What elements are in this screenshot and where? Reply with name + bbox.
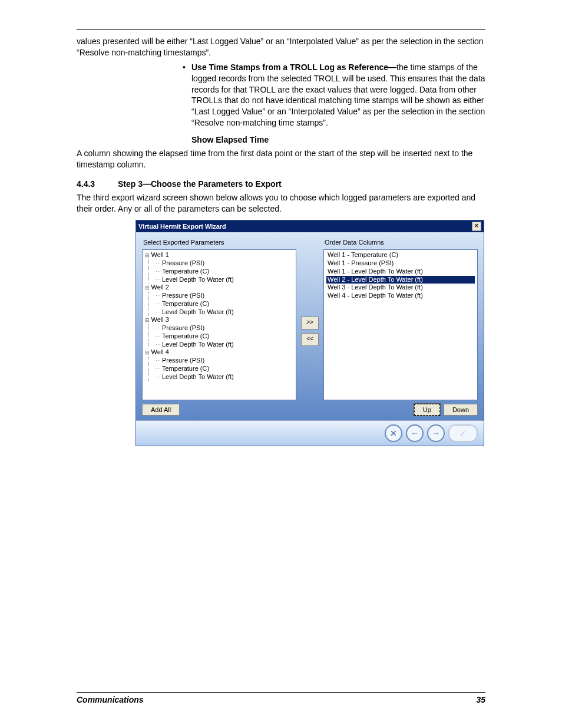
bullet-body: the time stamps of the logged records fr… [191,62,485,127]
finish-nav-icon[interactable]: ✓ [448,424,478,442]
tree-well-node[interactable]: Well 2 [145,284,293,292]
right-panel-label: Order Data Columns [323,238,478,247]
order-list-item[interactable]: Well 1 - Pressure (PSI) [326,259,475,268]
paragraph-continuation: values presented will be either “Last Lo… [77,36,485,58]
section-number: 4.4.3 [77,179,118,190]
back-nav-icon[interactable]: ← [406,424,424,442]
tree-param-node[interactable]: Temperature (C) [145,332,293,341]
tree-param-node[interactable]: Pressure (PSI) [145,292,293,300]
tree-param-node[interactable]: Temperature (C) [145,300,293,308]
footer-page-number: 35 [476,695,485,704]
tree-param-node[interactable]: Level Depth To Water (ft) [145,308,293,317]
tree-param-node[interactable]: Level Depth To Water (ft) [145,341,293,349]
tree-param-node[interactable]: Level Depth To Water (ft) [145,373,293,381]
remove-button[interactable]: << [301,333,319,346]
bullet-item: • Use Time Stamps from a TROLL Log as Re… [183,62,485,129]
next-nav-icon[interactable]: → [427,424,445,442]
order-list-item[interactable]: Well 1 - Temperature (C) [326,251,475,259]
export-wizard-dialog: Virtual Hermit Export Wizard ✕ Select Ex… [135,220,484,446]
paragraph-elapsed: A column showing the elapsed time from t… [77,148,485,170]
tree-param-node[interactable]: Level Depth To Water (ft) [145,276,293,284]
tree-param-node[interactable]: Temperature (C) [145,268,293,276]
down-button[interactable]: Down [444,404,478,416]
order-columns-list[interactable]: Well 1 - Temperature (C)Well 1 - Pressur… [323,249,478,400]
order-list-item[interactable]: Well 1 - Level Depth To Water (ft) [326,268,475,276]
subheading-show-elapsed: Show Elapsed Time [191,134,485,146]
cancel-nav-icon[interactable]: ✕ [385,424,402,442]
footer-section: Communications [77,695,144,704]
add-button[interactable]: >> [301,317,319,330]
tree-param-node[interactable]: Pressure (PSI) [145,357,293,365]
tree-param-node[interactable]: Pressure (PSI) [145,324,293,332]
tree-well-node[interactable]: Well 3 [145,316,293,324]
tree-well-node[interactable]: Well 4 [145,348,293,357]
tree-well-node[interactable]: Well 1 [145,251,293,259]
section-title: Step 3—Choose the Parameters to Export [118,179,282,190]
parameters-tree[interactable]: Well 1Pressure (PSI)Temperature (C)Level… [142,249,296,400]
left-panel-label: Select Exported Parameters [142,238,296,247]
tree-param-node[interactable]: Pressure (PSI) [145,259,293,268]
add-all-button[interactable]: Add All [142,404,180,416]
tree-param-node[interactable]: Temperature (C) [145,365,293,373]
dialog-titlebar: Virtual Hermit Export Wizard ✕ [136,220,484,232]
order-list-item[interactable]: Well 4 - Level Depth To Water (ft) [326,292,475,300]
up-button[interactable]: Up [414,404,440,416]
paragraph-step3: The third export wizard screen shown bel… [77,192,485,215]
order-list-item[interactable]: Well 3 - Level Depth To Water (ft) [326,284,475,292]
dialog-title: Virtual Hermit Export Wizard [138,222,226,231]
order-list-item[interactable]: Well 2 - Level Depth To Water (ft) [326,276,475,284]
bullet-lead-bold: Use Time Stamps from a TROLL Log as Refe… [191,62,396,72]
close-icon[interactable]: ✕ [472,222,481,231]
